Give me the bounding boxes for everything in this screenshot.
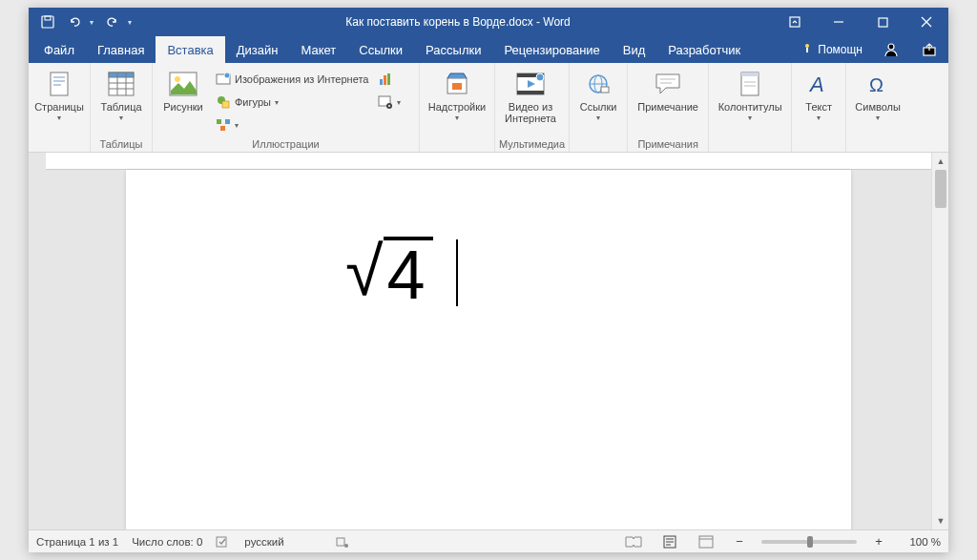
zoom-slider-thumb[interactable] — [807, 536, 813, 548]
text-icon: A — [803, 69, 834, 99]
group-illustrations: Рисунки Изображения из Интернета Фигуры — [153, 63, 420, 152]
svg-point-35 — [388, 105, 390, 107]
scroll-up-arrow[interactable]: ▲ — [932, 153, 948, 170]
maximize-button[interactable] — [861, 8, 904, 36]
quick-access-toolbar: ▾ ▾ — [29, 10, 143, 33]
svg-text:A: A — [808, 73, 824, 95]
title-bar: ▾ ▾ Как поставить корень в Ворде.docx - … — [29, 8, 948, 36]
shapes-icon — [216, 94, 231, 110]
redo-button[interactable] — [101, 10, 124, 33]
pictures-button[interactable]: Рисунки — [156, 65, 210, 113]
status-language[interactable]: русский — [244, 536, 283, 548]
table-button[interactable]: Таблица ▾ — [94, 65, 148, 123]
horizontal-ruler[interactable] — [46, 153, 931, 170]
symbols-button[interactable]: Ω Символы ▾ — [850, 65, 905, 123]
scroll-down-arrow[interactable]: ▼ — [932, 512, 948, 529]
pages-button[interactable]: Страницы ▾ — [32, 65, 86, 123]
equation-sqrt[interactable]: √ 4 — [345, 237, 458, 309]
svg-rect-37 — [452, 83, 462, 90]
undo-dropdown[interactable]: ▾ — [90, 18, 97, 27]
zoom-out-button[interactable]: − — [731, 534, 748, 549]
tell-me-label: Помощн — [818, 43, 863, 56]
comment-button[interactable]: Примечание — [632, 65, 704, 113]
account-button[interactable] — [872, 36, 910, 63]
svg-rect-45 — [601, 87, 609, 93]
group-symbols: Ω Символы ▾ — [846, 63, 909, 152]
group-text: A Текст ▾ — [792, 63, 846, 152]
tab-insert[interactable]: Вставка — [156, 36, 224, 63]
smartart-icon — [216, 117, 231, 133]
scroll-thumb[interactable] — [935, 170, 946, 208]
shapes-button[interactable]: Фигуры ▾ — [212, 92, 372, 113]
text-cursor — [456, 239, 458, 306]
zoom-in-button[interactable]: + — [870, 534, 887, 549]
chart-icon — [378, 72, 393, 87]
tab-developer[interactable]: Разработчик — [656, 36, 752, 63]
group-media: Видео из Интернета Мультимедиа — [495, 63, 570, 152]
vertical-scrollbar[interactable]: ▲ ▼ — [931, 153, 948, 529]
svg-rect-61 — [699, 536, 713, 548]
online-video-button[interactable]: Видео из Интернета — [499, 65, 562, 124]
close-button[interactable] — [904, 8, 948, 36]
svg-rect-30 — [380, 79, 383, 85]
web-layout-button[interactable] — [695, 532, 717, 551]
text-button[interactable]: A Текст ▾ — [796, 65, 842, 123]
svg-rect-1 — [45, 16, 51, 20]
tab-view[interactable]: Вид — [612, 36, 657, 63]
header-footer-icon — [735, 69, 765, 99]
tab-layout[interactable]: Макет — [289, 36, 347, 63]
qat-customize-dropdown[interactable]: ▾ — [128, 18, 135, 27]
radicand: 4 — [384, 237, 433, 309]
video-icon — [515, 69, 546, 99]
tab-design[interactable]: Дизайн — [225, 36, 290, 63]
zoom-slider[interactable] — [761, 540, 857, 544]
undo-button[interactable] — [63, 10, 86, 33]
chart-button[interactable] — [374, 69, 405, 90]
tab-home[interactable]: Главная — [86, 36, 156, 63]
svg-rect-29 — [220, 126, 225, 131]
window-title: Как поставить корень в Ворде.docx - Word — [143, 15, 773, 29]
svg-rect-26 — [222, 101, 229, 108]
group-pages: Страницы ▾ — [29, 63, 91, 152]
group-links: Ссылки ▾ — [570, 63, 628, 152]
status-wordcount[interactable]: Число слов: 0 — [132, 536, 202, 548]
save-button[interactable] — [36, 10, 59, 33]
svg-point-9 — [888, 44, 894, 50]
minimize-button[interactable] — [817, 8, 861, 36]
svg-rect-32 — [387, 73, 390, 85]
status-page[interactable]: Страница 1 из 1 — [36, 536, 118, 548]
radical-sign: √ — [345, 237, 384, 305]
document-area: √ 4 ▲ ▼ — [29, 153, 948, 529]
tab-mailings[interactable]: Рассылки — [414, 36, 492, 63]
print-layout-button[interactable] — [658, 532, 681, 551]
tab-review[interactable]: Рецензирование — [492, 36, 611, 63]
window-controls — [773, 8, 948, 36]
svg-point-41 — [536, 73, 544, 81]
header-footer-button[interactable]: Колонтитулы ▾ — [713, 65, 787, 123]
tab-file[interactable]: Файл — [32, 36, 86, 63]
addins-button[interactable]: Надстройки ▾ — [424, 65, 490, 123]
ribbon-tabs: Файл Главная Вставка Дизайн Макет Ссылки… — [29, 36, 948, 63]
read-mode-button[interactable] — [622, 532, 645, 551]
page-icon — [44, 69, 74, 99]
tell-me[interactable]: Помощн — [791, 36, 872, 63]
zoom-level[interactable]: 100 % — [901, 536, 941, 548]
omega-icon: Ω — [863, 69, 893, 99]
document-page[interactable]: √ 4 — [126, 170, 851, 529]
ribbon-options-button[interactable] — [773, 8, 817, 36]
proofing-icon[interactable] — [216, 535, 231, 549]
svg-rect-12 — [53, 76, 65, 78]
comment-icon — [653, 69, 683, 99]
links-button[interactable]: Ссылки ▾ — [573, 65, 623, 123]
screenshot-icon — [378, 94, 393, 110]
screenshot-button[interactable]: ▾ — [374, 92, 405, 113]
svg-rect-28 — [225, 119, 230, 124]
online-pictures-button[interactable]: Изображения из Интернета — [212, 69, 372, 90]
macro-recording-icon[interactable] — [336, 535, 349, 549]
svg-rect-54 — [217, 537, 226, 547]
share-button[interactable] — [910, 36, 948, 63]
smartart-button[interactable]: ▾ — [212, 114, 372, 135]
svg-rect-27 — [217, 119, 221, 124]
svg-rect-2 — [790, 17, 800, 27]
tab-references[interactable]: Ссылки — [347, 36, 414, 63]
